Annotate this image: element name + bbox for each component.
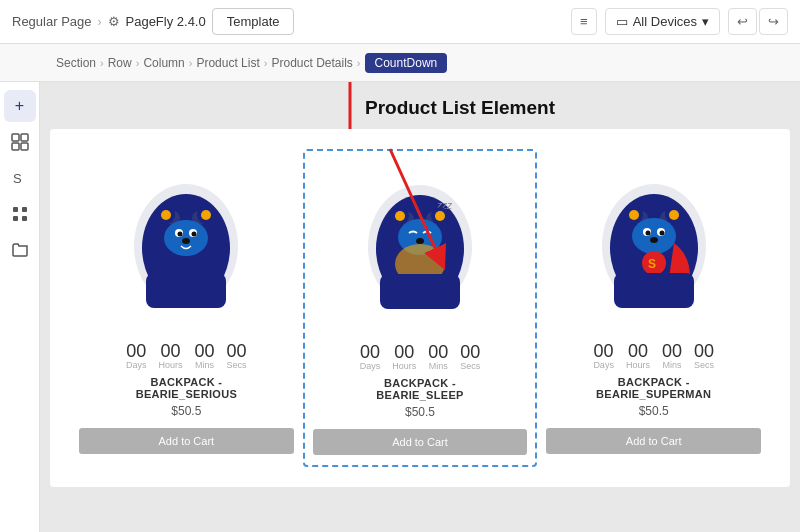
sep-4: ›: [264, 57, 268, 69]
devices-label: All Devices: [633, 14, 697, 29]
sep-2: ›: [136, 57, 140, 69]
svg-point-20: [192, 231, 197, 236]
text-icon-button[interactable]: ≡: [571, 8, 597, 35]
breadcrumb-row[interactable]: Row: [108, 56, 132, 70]
countdown-secs-3: 00 Secs: [694, 342, 714, 370]
svg-rect-2: [12, 143, 19, 150]
product-name-3: BACKPACK -BEARIE_SUPERMAN: [546, 376, 761, 400]
svg-rect-3: [21, 143, 28, 150]
breadcrumb-active-countdown[interactable]: CountDown: [365, 53, 448, 73]
left-sidebar: + S: [0, 82, 40, 532]
svg-point-56: [629, 210, 639, 220]
countdown-secs-1: 00 Secs: [227, 342, 247, 370]
shopify-icon: S: [11, 169, 29, 187]
add-to-cart-button-2[interactable]: Add to Cart: [313, 429, 528, 455]
backpack-superman-img: S: [589, 168, 719, 323]
backpack-serious-img: [121, 168, 251, 323]
sidebar-files-button[interactable]: [4, 234, 36, 266]
svg-rect-1: [21, 134, 28, 141]
svg-point-39: [435, 211, 445, 221]
product-price-2: $50.5: [313, 405, 528, 419]
product-price-1: $50.5: [79, 404, 294, 418]
countdown-hours-1: 00 Hours: [159, 342, 183, 370]
svg-point-35: [416, 238, 424, 244]
redo-button[interactable]: ↪: [759, 8, 788, 35]
sidebar-shopify-button[interactable]: S: [4, 162, 36, 194]
svg-rect-7: [13, 216, 18, 221]
product-name-1: BACKPACK -BEARIE_SERIOUS: [79, 376, 294, 400]
folder-icon: [11, 241, 29, 259]
product-name-2: BACKPACK -BEARIE_SLEEP: [313, 377, 528, 401]
product-img-2: zzz: [313, 161, 528, 331]
breadcrumb-column[interactable]: Column: [143, 56, 184, 70]
monitor-icon: ▭: [616, 14, 628, 29]
sidebar-add-button[interactable]: +: [4, 90, 36, 122]
svg-rect-61: [614, 273, 694, 308]
template-button[interactable]: Template: [212, 8, 295, 35]
svg-point-25: [201, 210, 211, 220]
page-type-label: Regular Page: [12, 14, 92, 29]
breadcrumb-product-details[interactable]: Product Details: [271, 56, 352, 70]
product-card-1: 00 Days 00 Hours 00 Mins: [70, 149, 303, 467]
product-card-3: S 00 Days 00: [537, 149, 770, 467]
countdown-mins-3: 00 Mins: [662, 342, 682, 370]
gear-icon: ⚙: [108, 14, 120, 29]
add-to-cart-button-1[interactable]: Add to Cart: [79, 428, 294, 454]
sidebar-elements-button[interactable]: [4, 198, 36, 230]
add-to-cart-button-3[interactable]: Add to Cart: [546, 428, 761, 454]
svg-text:S: S: [13, 171, 22, 186]
annotation-label: Product List Element: [130, 97, 790, 119]
svg-point-24: [161, 210, 171, 220]
svg-point-53: [650, 237, 658, 243]
canvas-area: Product List Element: [40, 82, 800, 532]
countdown-row-3: 00 Days 00 Hours 00 Mins: [546, 342, 761, 370]
svg-point-48: [632, 218, 676, 254]
backpack-sleep-img: zzz: [355, 169, 485, 324]
countdown-hours-3: 00 Hours: [626, 342, 650, 370]
breadcrumb-bar: Section › Row › Column › Product List › …: [0, 44, 800, 82]
svg-point-38: [395, 211, 405, 221]
top-bar-left: Regular Page › ⚙ PageFly 2.4.0 Template: [12, 8, 563, 35]
elements-icon: [11, 205, 29, 223]
product-img-1: [79, 160, 294, 330]
svg-rect-42: [380, 274, 460, 309]
svg-rect-8: [22, 216, 27, 221]
countdown-days-2: 00 Days: [360, 343, 381, 371]
undo-redo-group: ↩ ↪: [728, 8, 788, 35]
svg-point-21: [182, 238, 190, 244]
breadcrumb-product-list[interactable]: Product List: [196, 56, 259, 70]
svg-rect-0: [12, 134, 19, 141]
product-price-3: $50.5: [546, 404, 761, 418]
product-img-3: S: [546, 160, 761, 330]
chevron-down-icon: ▾: [702, 14, 709, 29]
sidebar-layout-button[interactable]: [4, 126, 36, 158]
product-card-2: zzz: [303, 149, 538, 467]
top-bar: Regular Page › ⚙ PageFly 2.4.0 Template …: [0, 0, 800, 44]
svg-rect-6: [22, 207, 27, 212]
countdown-days-1: 00 Days: [126, 342, 147, 370]
countdown-secs-2: 00 Secs: [460, 343, 480, 371]
product-list-container: 00 Days 00 Hours 00 Mins: [50, 129, 790, 487]
svg-rect-5: [13, 207, 18, 212]
sep-5: ›: [357, 57, 361, 69]
sep-1: ›: [100, 57, 104, 69]
products-grid: 00 Days 00 Hours 00 Mins: [70, 149, 770, 467]
breadcrumb-section[interactable]: Section: [56, 56, 96, 70]
layout-icon: [11, 133, 29, 151]
countdown-hours-2: 00 Hours: [392, 343, 416, 371]
countdown-mins-1: 00 Mins: [195, 342, 215, 370]
svg-text:S: S: [648, 257, 656, 271]
svg-rect-27: [146, 273, 226, 308]
undo-button[interactable]: ↩: [728, 8, 757, 35]
svg-point-52: [659, 230, 664, 235]
sep-3: ›: [189, 57, 193, 69]
breadcrumb-chevron-1: ›: [98, 15, 102, 29]
top-bar-right: ≡ ▭ All Devices ▾ ↩ ↪: [571, 8, 788, 35]
devices-button[interactable]: ▭ All Devices ▾: [605, 8, 720, 35]
countdown-row-1: 00 Days 00 Hours 00 Mins: [79, 342, 294, 370]
countdown-mins-2: 00 Mins: [428, 343, 448, 371]
svg-point-57: [669, 210, 679, 220]
main-layout: + S: [0, 82, 800, 532]
countdown-days-3: 00 Days: [593, 342, 614, 370]
countdown-row-2: 00 Days 00 Hours 00 Mins: [313, 343, 528, 371]
